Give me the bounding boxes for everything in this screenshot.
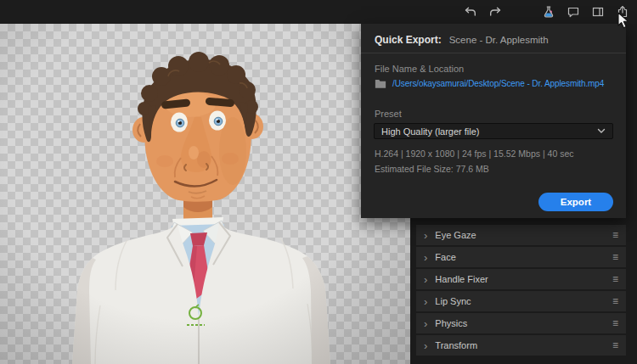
panel-icon <box>591 5 605 19</box>
behavior-row-handle-fixer[interactable]: › Handle Fixer ≡ <box>416 269 626 289</box>
toolbar-icon-group <box>463 0 630 24</box>
row-menu-icon[interactable]: ≡ <box>612 252 618 262</box>
behavior-label: Eye Gaze <box>435 230 612 240</box>
puppet-dr-applesmith[interactable] <box>0 24 391 364</box>
behavior-row-eye-gaze[interactable]: › Eye Gaze ≡ <box>416 225 626 245</box>
divider <box>361 53 626 53</box>
row-menu-icon[interactable]: ≡ <box>612 318 618 328</box>
preset-selected-value: High Quality (larger file) <box>381 126 480 137</box>
expand-chevron-icon[interactable]: › <box>424 230 427 241</box>
expand-chevron-icon[interactable]: › <box>424 296 427 307</box>
export-file-path-link[interactable]: /Users/okaysamurai/Desktop/Scene - Dr. A… <box>392 79 604 88</box>
file-location-row[interactable]: /Users/okaysamurai/Desktop/Scene - Dr. A… <box>375 78 604 88</box>
undo-button[interactable] <box>463 4 478 20</box>
redo-icon <box>488 5 502 19</box>
expand-chevron-icon[interactable]: › <box>424 274 427 285</box>
scene-canvas[interactable] <box>0 24 410 364</box>
comment-icon <box>567 5 580 19</box>
format-summary: H.264 | 1920 x 1080 | 24 fps | 15.52 Mbp… <box>375 148 573 159</box>
comment-button[interactable] <box>566 4 581 20</box>
panel-title: Quick Export: <box>375 34 442 46</box>
top-toolbar <box>0 0 637 24</box>
preset-label: Preset <box>375 109 402 119</box>
folder-icon <box>375 78 386 88</box>
behavior-row-face[interactable]: › Face ≡ <box>416 247 626 267</box>
behavior-label: Physics <box>435 318 612 328</box>
share-icon <box>616 5 629 19</box>
behavior-row-transform[interactable]: › Transform ≡ <box>416 335 626 356</box>
row-menu-icon[interactable]: ≡ <box>612 340 618 350</box>
expand-chevron-icon[interactable]: › <box>424 318 427 329</box>
behavior-row-lip-sync[interactable]: › Lip Sync ≡ <box>416 291 626 311</box>
redo-button[interactable] <box>488 4 503 20</box>
row-menu-icon[interactable]: ≡ <box>612 230 618 240</box>
share-button[interactable] <box>615 4 630 20</box>
expand-chevron-icon[interactable]: › <box>424 252 427 263</box>
export-button[interactable]: Export <box>538 193 613 211</box>
expand-chevron-icon[interactable]: › <box>424 340 427 351</box>
estimated-file-size: Estimated File Size: 77.6 MB <box>375 164 489 174</box>
row-menu-icon[interactable]: ≡ <box>612 296 618 306</box>
chevron-down-icon <box>597 128 606 134</box>
behavior-label: Handle Fixer <box>435 274 612 284</box>
file-location-label: File Name & Location <box>375 64 464 74</box>
panel-button[interactable] <box>590 4 606 20</box>
row-menu-icon[interactable]: ≡ <box>612 274 618 284</box>
export-panel-header: Quick Export: Scene - Dr. Applesmith <box>375 34 549 46</box>
undo-icon <box>464 5 477 19</box>
preset-dropdown[interactable]: High Quality (larger file) <box>374 123 613 139</box>
beaker-icon <box>542 5 555 19</box>
behavior-label: Face <box>435 252 612 262</box>
beaker-button[interactable] <box>541 4 556 20</box>
scene-name: Scene - Dr. Applesmith <box>449 35 549 45</box>
quick-export-panel: Quick Export: Scene - Dr. Applesmith Fil… <box>361 24 626 218</box>
behavior-label: Lip Sync <box>435 296 612 306</box>
behavior-row-physics[interactable]: › Physics ≡ <box>416 313 626 333</box>
behavior-label: Transform <box>435 340 612 350</box>
